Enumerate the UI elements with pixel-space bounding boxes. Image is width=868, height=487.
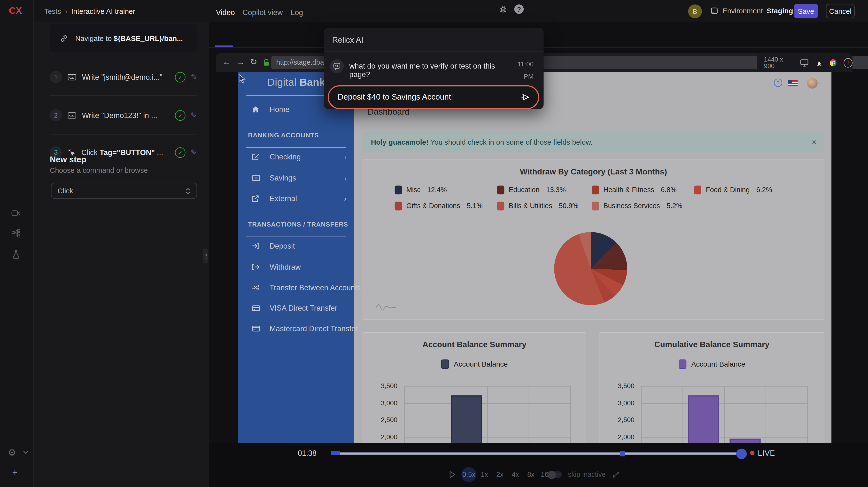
timeline-marker[interactable] <box>620 451 625 456</box>
monitor-icon[interactable] <box>800 58 809 67</box>
credit-card-icon <box>252 305 261 311</box>
bar[interactable] <box>729 438 760 443</box>
step-label: Write "jsmith@demo.i..." <box>82 73 172 81</box>
legend-item[interactable]: Health & Fitness6.8% <box>592 184 694 195</box>
command-select[interactable]: Click <box>51 183 197 199</box>
tab-log[interactable]: Log <box>290 8 303 17</box>
bar-chart-title: Cumulative Balance Summary <box>600 340 824 349</box>
sitemap-icon[interactable] <box>11 229 21 239</box>
flask-icon[interactable] <box>11 249 21 259</box>
skip-inactive-label: skip inactive <box>568 471 606 479</box>
y-axis-tick: 3,500 <box>369 382 397 390</box>
bank-nav-mastercard-transfer[interactable]: Mastercard Direct Transfer <box>238 320 354 337</box>
play-icon[interactable] <box>448 470 456 479</box>
dialog-title: Relicx AI <box>332 35 363 44</box>
pie-chart[interactable] <box>554 232 627 305</box>
bank-nav-deposit[interactable]: Deposit <box>238 238 354 254</box>
legend-item[interactable]: Bills & Utilities50.9% <box>497 201 592 212</box>
bar[interactable] <box>451 395 482 443</box>
edit-pencil-icon[interactable]: ✎ <box>191 72 197 82</box>
step-label: Click Tag="BUTTON" ... <box>82 148 172 156</box>
send-icon[interactable] <box>521 93 530 102</box>
save-button[interactable]: Save <box>794 4 818 18</box>
banknote-icon <box>252 175 261 181</box>
help-circle-icon[interactable]: ? <box>774 79 782 87</box>
seek-bar[interactable] <box>331 451 746 455</box>
bar-chart-title: Account Balance Summary <box>363 340 586 349</box>
message-timestamp: 11:00PM <box>510 59 533 83</box>
bar-chart-legend[interactable]: Account Balance <box>363 359 586 369</box>
step-navigate-label: Navigate to ${BASE_URL}/ban... <box>75 34 183 42</box>
legend-item[interactable]: Food & Dining6.2% <box>694 184 772 195</box>
chat-smiley-icon <box>330 59 344 73</box>
bar-chart-legend[interactable]: Account Balance <box>600 359 824 369</box>
y-axis-tick: 2,500 <box>369 416 397 424</box>
step-row-2[interactable]: 2 Write "Demo123!" in ... ✓ ✎ <box>50 103 197 127</box>
camera-icon[interactable] <box>11 209 21 218</box>
check-circle-icon: ✓ <box>175 72 186 82</box>
tab-copilot-view[interactable]: Copilot view <box>242 8 283 17</box>
environment-selector[interactable]: Environment Staging <box>710 6 793 15</box>
link-icon <box>60 34 68 42</box>
ai-prompt-input[interactable]: Deposit $40 to Savings Account <box>328 85 539 109</box>
url-text: http://stage.dba <box>276 59 324 66</box>
environment-value: Staging <box>767 6 793 15</box>
y-axis-tick: 2,500 <box>606 416 634 424</box>
plus-icon[interactable]: + <box>12 467 18 479</box>
keyboard-icon <box>68 112 76 119</box>
close-icon[interactable]: × <box>812 138 816 147</box>
command-select-value: Click <box>58 187 185 195</box>
bank-nav-visa-transfer[interactable]: VISA Direct Transfer <box>238 300 354 316</box>
avatar[interactable]: B <box>688 4 702 18</box>
bank-nav-checking[interactable]: Checking › <box>238 149 354 165</box>
back-arrow-icon[interactable]: ← <box>223 57 231 66</box>
bank-nav-savings[interactable]: Savings › <box>238 170 354 186</box>
new-step-title: New step <box>50 155 87 164</box>
chevron-down-icon[interactable] <box>22 449 29 456</box>
gear-icon[interactable]: ⚙ <box>8 447 16 459</box>
edit-pencil-icon[interactable]: ✎ <box>191 148 197 157</box>
seek-knob[interactable] <box>736 448 747 459</box>
steps-panel <box>34 22 209 487</box>
us-flag-icon[interactable] <box>788 80 798 86</box>
bar[interactable] <box>688 395 719 443</box>
legend-item[interactable]: Misc12.4% <box>395 184 497 195</box>
bank-nav-withdraw[interactable]: Withdraw <box>238 258 354 275</box>
user-avatar[interactable] <box>807 78 817 88</box>
legend-item[interactable]: Business Services5.2% <box>592 201 694 212</box>
bank-sidebar: Digital Bank Home BANKING ACCOUNTS Check… <box>238 72 354 443</box>
legend-item[interactable]: Gifts & Donations5.1% <box>395 201 497 212</box>
step-number: 2 <box>50 109 62 121</box>
bank-section-transactions: TRANSACTIONS / TRANSFERS <box>248 221 348 227</box>
skip-inactive-toggle[interactable] <box>548 471 562 478</box>
banking-page: Digital Bank Home BANKING ACCOUNTS Check… <box>238 72 831 443</box>
cx-logo[interactable]: CX <box>9 6 22 17</box>
y-axis-tick: 2,000 <box>369 433 397 441</box>
tab-video[interactable]: Video <box>216 8 235 17</box>
step-navigate[interactable]: Navigate to ${BASE_URL}/ban... <box>50 24 197 53</box>
chevron-right-icon: › <box>344 194 347 202</box>
y-axis-tick: 3,000 <box>606 399 634 407</box>
fullscreen-icon[interactable] <box>612 471 620 479</box>
info-icon[interactable]: i <box>844 58 852 67</box>
keyboard-icon <box>68 73 76 81</box>
step-row-1[interactable]: 1 Write "jsmith@demo.i..." ✓ ✎ <box>50 65 197 89</box>
buffered-segment <box>331 451 340 455</box>
linux-tux-icon <box>816 59 823 66</box>
bank-nav-external[interactable]: External › <box>238 190 354 207</box>
live-label: LIVE <box>758 449 775 457</box>
reload-icon[interactable]: ↻ <box>250 57 257 67</box>
bank-nav-transfer[interactable]: Transfer Between Accounts <box>238 279 354 296</box>
cancel-button[interactable]: Cancel <box>826 4 855 18</box>
bug-icon[interactable] <box>499 5 507 14</box>
help-icon[interactable]: ? <box>514 4 524 14</box>
relicx-ai-dialog: Relicx AI what do you want me to verify … <box>324 28 544 109</box>
breadcrumb-current: Interactive AI trainer <box>71 7 135 16</box>
padlock-open-icon <box>262 58 270 66</box>
player-controls: 0.5x 1x 2x 4x 8x 16x skip inactive <box>209 466 868 483</box>
forward-arrow-icon[interactable]: → <box>237 57 245 66</box>
legend-item[interactable]: Education13.3% <box>497 184 592 195</box>
edit-pencil-icon[interactable]: ✎ <box>191 111 197 120</box>
breadcrumb-tests[interactable]: Tests <box>44 7 61 16</box>
panel-resize-handle[interactable]: ⣿ <box>203 249 208 264</box>
